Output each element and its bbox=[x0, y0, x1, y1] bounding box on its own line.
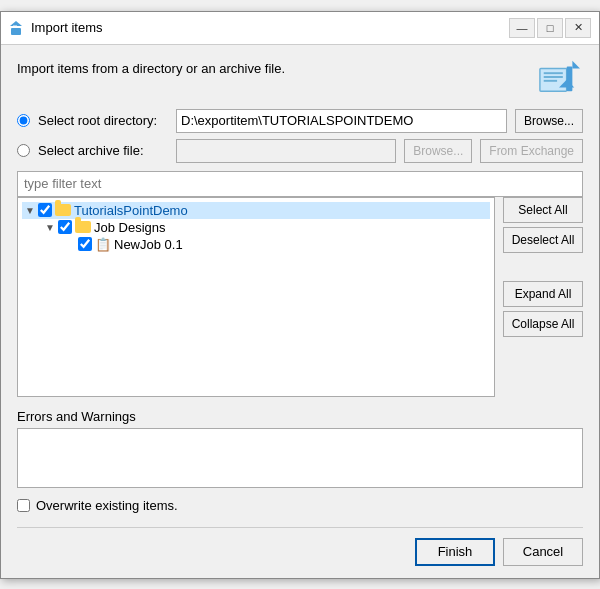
list-item[interactable]: ▼ Job Designs bbox=[22, 219, 490, 236]
root-dir-browse-button[interactable]: Browse... bbox=[515, 109, 583, 133]
select-all-button[interactable]: Select All bbox=[503, 197, 583, 223]
svg-rect-3 bbox=[540, 68, 567, 91]
tree-checkbox-3[interactable] bbox=[78, 237, 92, 251]
collapse-all-button[interactable]: Collapse All bbox=[503, 311, 583, 337]
tree-layout: ▼ TutorialsPointDemo ▼ Job Designs 📋 bbox=[17, 197, 583, 397]
archive-row: Select archive file: Browse... From Exch… bbox=[17, 139, 583, 163]
finish-button[interactable]: Finish bbox=[415, 538, 495, 566]
expand-all-button[interactable]: Expand All bbox=[503, 281, 583, 307]
title-bar-controls: — □ ✕ bbox=[509, 18, 591, 38]
filter-input[interactable] bbox=[17, 171, 583, 197]
import-header-icon bbox=[535, 57, 583, 97]
errors-box bbox=[17, 428, 583, 488]
cancel-button[interactable]: Cancel bbox=[503, 538, 583, 566]
folder-icon bbox=[75, 221, 91, 233]
svg-rect-4 bbox=[544, 72, 563, 74]
overwrite-row: Overwrite existing items. bbox=[17, 498, 583, 513]
svg-rect-6 bbox=[544, 79, 557, 81]
svg-marker-7 bbox=[572, 60, 580, 68]
tree-node-label: TutorialsPointDemo bbox=[74, 203, 188, 218]
tree-node-label: NewJob 0.1 bbox=[114, 237, 183, 252]
minimize-button[interactable]: — bbox=[509, 18, 535, 38]
archive-radio[interactable] bbox=[17, 144, 30, 157]
folder-icon bbox=[55, 204, 71, 216]
archive-browse-button[interactable]: Browse... bbox=[404, 139, 472, 163]
archive-label: Select archive file: bbox=[38, 143, 168, 158]
collapse-icon[interactable]: ▼ bbox=[42, 222, 58, 233]
footer-buttons: Finish Cancel bbox=[17, 527, 583, 566]
dialog-content: Import items from a directory or an arch… bbox=[1, 45, 599, 578]
overwrite-checkbox[interactable] bbox=[17, 499, 30, 512]
archive-input[interactable] bbox=[176, 139, 396, 163]
root-dir-label: Select root directory: bbox=[38, 113, 168, 128]
root-dir-row: Select root directory: D:\exportitem\TUT… bbox=[17, 109, 583, 133]
list-item[interactable]: 📋 NewJob 0.1 bbox=[22, 236, 490, 253]
tree-container: ▼ TutorialsPointDemo ▼ Job Designs 📋 bbox=[17, 197, 495, 397]
maximize-button[interactable]: □ bbox=[537, 18, 563, 38]
errors-section: Errors and Warnings bbox=[17, 409, 583, 488]
errors-label: Errors and Warnings bbox=[17, 409, 583, 424]
deselect-all-button[interactable]: Deselect All bbox=[503, 227, 583, 253]
svg-rect-8 bbox=[567, 66, 573, 91]
overwrite-label: Overwrite existing items. bbox=[36, 498, 178, 513]
root-dir-radio[interactable] bbox=[17, 114, 30, 127]
list-item[interactable]: ▼ TutorialsPointDemo bbox=[22, 202, 490, 219]
job-icon: 📋 bbox=[95, 237, 111, 252]
from-exchange-button[interactable]: From Exchange bbox=[480, 139, 583, 163]
header-description: Import items from a directory or an arch… bbox=[17, 57, 285, 76]
svg-rect-0 bbox=[11, 28, 21, 35]
svg-rect-5 bbox=[544, 76, 563, 78]
tree-checkbox-1[interactable] bbox=[38, 203, 52, 217]
tree-checkbox-2[interactable] bbox=[58, 220, 72, 234]
header-row: Import items from a directory or an arch… bbox=[17, 57, 583, 97]
tree-node-label: Job Designs bbox=[94, 220, 166, 235]
title-bar: Import items — □ ✕ bbox=[1, 12, 599, 45]
options-section: Select root directory: D:\exportitem\TUT… bbox=[17, 109, 583, 163]
svg-rect-2 bbox=[13, 25, 17, 26]
import-items-dialog: Import items — □ ✕ Import items from a d… bbox=[0, 11, 600, 579]
spacer bbox=[503, 257, 583, 277]
collapse-icon[interactable]: ▼ bbox=[22, 205, 38, 216]
root-dir-input[interactable]: D:\exportitem\TUTORIALSPOINTDEMO bbox=[176, 109, 507, 133]
side-buttons: Select All Deselect All Expand All Colla… bbox=[503, 197, 583, 397]
window-icon bbox=[9, 20, 25, 36]
close-button[interactable]: ✕ bbox=[565, 18, 591, 38]
window-title: Import items bbox=[31, 20, 503, 35]
